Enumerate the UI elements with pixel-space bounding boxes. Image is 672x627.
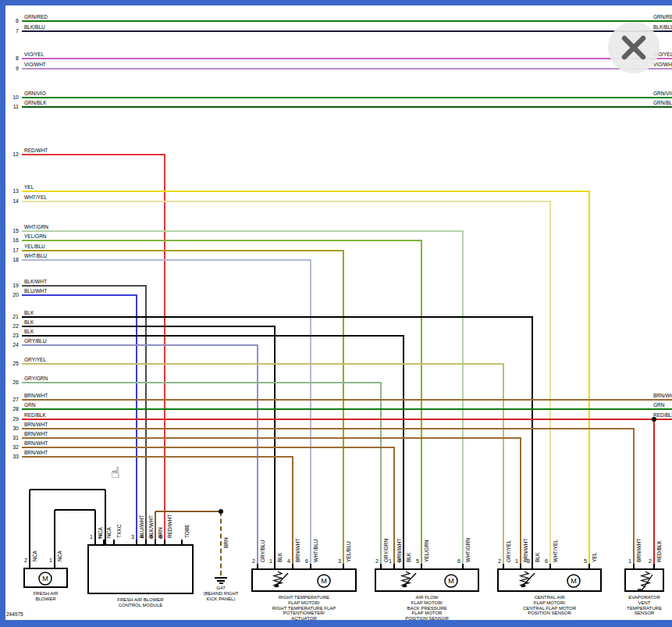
wire-29-line xyxy=(22,419,672,420)
right-temperature-flap-motor-motor-symbol: M xyxy=(316,573,332,592)
wire-22-label: BLK xyxy=(24,319,34,325)
wire-32-label: BRN/WHT xyxy=(24,440,48,446)
wire-33-number: 33 xyxy=(5,454,19,460)
right-temperature-flap-motor-pin-1-number: 1 xyxy=(264,558,272,565)
central-air-flap-motor-pot-symbol xyxy=(515,571,537,594)
wire-15-line xyxy=(22,230,463,232)
wire-33-line xyxy=(22,456,293,458)
close-button[interactable] xyxy=(608,22,660,73)
wire-13-line xyxy=(22,191,589,192)
wire-27-label: BRN/WHT xyxy=(24,393,48,398)
wire-23-drop xyxy=(403,335,404,568)
air-flow-flap-motor-pin-6-number: 6 xyxy=(452,558,460,565)
document-number: 244975 xyxy=(6,611,23,617)
cursor-hand-icon: ☝ xyxy=(111,465,120,480)
wire-15-number: 15 xyxy=(5,228,19,234)
blower-wire-pin2-seg1 xyxy=(30,489,105,490)
wire-19-line xyxy=(22,285,146,287)
central-air-flap-motor-pin-1-number: 1 xyxy=(510,558,518,565)
wire-9-number: 9 xyxy=(5,66,19,72)
wire-16-line xyxy=(22,240,421,241)
central-air-flap-motor-pin-3-number: 3 xyxy=(521,558,530,565)
central-air-flap-motor-pin-5-tick xyxy=(588,564,590,568)
air-flow-flap-motor-motor-symbol: M xyxy=(443,573,459,592)
fresh-air-blower-control-module-pin-6-label: RED/WHT xyxy=(167,515,172,538)
wire-27-line xyxy=(22,399,672,401)
wire-25-line xyxy=(22,363,503,365)
wire-11-line xyxy=(22,106,672,108)
air-flow-flap-motor-pin-5-tick xyxy=(421,564,422,568)
evaporator-vent-temperature-sensor-pin-1-tick xyxy=(633,564,635,568)
wire-24-label: GRY/BLU xyxy=(24,338,46,344)
fresh-air-blower-control-module-pin-TXXC-label: TXXC xyxy=(116,525,122,538)
right-temperature-flap-motor-pin-3-tick xyxy=(343,564,344,568)
wire-23-number: 23 xyxy=(5,333,19,339)
wire-19-drop xyxy=(145,285,147,544)
fresh-air-blower-control-module-pin-6-number: 6 xyxy=(154,534,162,540)
wire-13-label: YEL xyxy=(24,184,34,190)
wire-14-label: WHT/YEL xyxy=(24,194,47,200)
wire-12-drop xyxy=(164,154,165,544)
svg-text:M: M xyxy=(448,577,454,585)
central-air-flap-motor-pin-3-tick xyxy=(532,564,533,568)
fresh-air-blower-pin-1-tick xyxy=(54,563,55,568)
wire-32-drop xyxy=(393,447,395,568)
right-temperature-flap-motor-pin-6-tick xyxy=(310,564,311,568)
wire-20-number: 20 xyxy=(5,292,19,298)
evaporator-vent-temperature-sensor-pin-1-number: 1 xyxy=(623,558,631,565)
right-temperature-flap-motor-pin-4-tick xyxy=(292,564,293,568)
fresh-air-blower-control-module-pin-3-number: 3 xyxy=(126,534,134,540)
wire-22-number: 22 xyxy=(5,323,19,330)
brn-ground-wire-dashed-seg0 xyxy=(220,511,222,575)
evaporator-vent-temperature-sensor-pin-2-label: RED/BLK xyxy=(656,540,662,562)
svg-text:M: M xyxy=(321,577,327,585)
fresh-air-blower-control-module-pin-4-number: 4 xyxy=(135,534,144,540)
central-air-flap-motor-pin-2-number: 2 xyxy=(492,558,501,565)
fresh-air-blower-control-module-pin-TOBE-tick xyxy=(181,540,183,544)
wire-31-number: 31 xyxy=(5,435,19,441)
wire-15-label: WHT/GRN xyxy=(24,224,48,230)
right-temperature-flap-motor-pin-2-tick xyxy=(257,564,258,568)
wire-8-number: 8 xyxy=(5,55,19,62)
window-border-top xyxy=(0,0,672,5)
fresh-air-blower-control-module-pin-6-tick xyxy=(164,540,165,544)
fresh-air-blower-motor-symbol: M xyxy=(37,571,53,590)
wire-12-label: RED/WHT xyxy=(24,148,48,153)
air-flow-flap-motor-pin-7-number: 7 xyxy=(393,558,401,565)
wire-13-drop xyxy=(588,191,590,568)
wire-11-right-label: GRN/BLK xyxy=(653,100,672,105)
evaporator-vent-temperature-sensor-caption-1: VENT xyxy=(574,600,672,606)
wire-29-label: RED/BLK xyxy=(24,412,46,418)
evaporator-vent-temperature-sensor-pin-2-number: 2 xyxy=(643,558,652,565)
fresh-air-blower-control-module-pin-1-number: 1 xyxy=(84,534,93,540)
wire-29-number: 29 xyxy=(5,416,19,422)
wire-30-label: BRN/WHT xyxy=(24,422,48,427)
wire-16-drop xyxy=(421,240,422,568)
wire-17-number: 17 xyxy=(5,248,19,254)
fresh-air-blower-control-module-caption-1: CONTROL MODULE xyxy=(70,603,211,608)
evaporator-vent-temperature-sensor-caption-0: EVAPORATOR xyxy=(574,595,672,600)
air-flow-flap-motor-pin-7-tick xyxy=(403,564,404,568)
fresh-air-blower-control-module-pin-TOBE-label: TOBE xyxy=(184,524,190,538)
air-flow-flap-motor-caption-1: FLAP MOTOR/ xyxy=(357,600,497,606)
fresh-air-blower-control-module-pin-TXXC-tick xyxy=(113,540,115,544)
right-temperature-flap-motor-pin-6-number: 6 xyxy=(300,558,308,565)
wire-21-drop xyxy=(532,316,533,568)
right-temperature-flap-motor-pin-4-number: 4 xyxy=(282,558,290,565)
air-flow-flap-motor-pin-6-label: WHT/GRN xyxy=(465,538,471,562)
fresh-air-blower-pin-1-number: 1 xyxy=(44,558,52,564)
wire-10-number: 10 xyxy=(5,94,19,101)
wire-31-line xyxy=(22,437,521,439)
evaporator-vent-temperature-sensor-caption-2: TEMPERATURE xyxy=(574,606,672,611)
fresh-air-blower-pin-1-label: NCA xyxy=(57,550,62,561)
fresh-air-blower-pin-2-number: 2 xyxy=(19,558,27,564)
air-flow-flap-motor-pin-5-label: YEL/GRN xyxy=(424,540,429,562)
evaporator-vent-temperature-sensor-thermistor-symbol xyxy=(635,571,656,594)
wire-11-label: GRN/BLK xyxy=(24,100,47,105)
air-flow-flap-motor-pin-6-tick xyxy=(462,564,464,568)
wire-20-line xyxy=(22,294,137,296)
close-icon xyxy=(608,22,660,73)
wire-28-label: GRN xyxy=(24,402,35,408)
brn-ground-wire-seg1 xyxy=(155,511,221,512)
wire-19-number: 19 xyxy=(5,283,19,289)
